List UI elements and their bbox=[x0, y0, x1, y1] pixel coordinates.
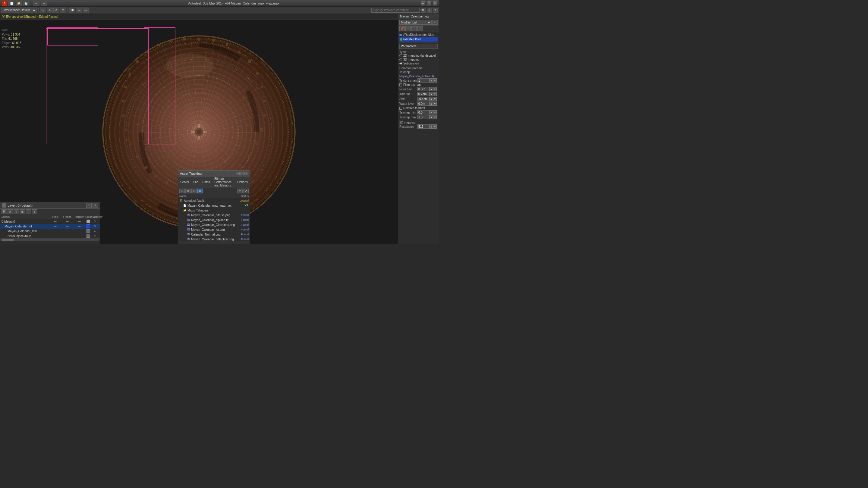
radio-3dmapping[interactable]: 3D mapping bbox=[399, 58, 438, 61]
layer-radio-low[interactable]: ○ bbox=[91, 230, 98, 233]
amount-input[interactable] bbox=[417, 92, 430, 96]
layer-freeze-v1[interactable]: — bbox=[61, 225, 73, 228]
amount-dn[interactable]: ▼ bbox=[433, 92, 437, 96]
params-header[interactable]: Parameters bbox=[399, 44, 438, 49]
asset-max-btn[interactable]: □ bbox=[240, 172, 244, 175]
layer-render-hero[interactable]: — bbox=[73, 234, 85, 237]
layer-freeze-hero[interactable]: — bbox=[61, 234, 73, 237]
close-btn[interactable]: ✕ bbox=[433, 1, 437, 5]
layer-row-default[interactable]: 0 (default) — — — ⊙ bbox=[0, 219, 100, 224]
asset-row-maxfile[interactable]: 📄 Mayan_Calendar_max_vray.max Ok bbox=[178, 203, 250, 208]
fblur-dn[interactable]: ▼ bbox=[433, 87, 437, 91]
mod-btn-drop[interactable]: ▼ bbox=[432, 20, 438, 25]
layer-tb-move[interactable]: → bbox=[26, 209, 31, 214]
layer-color-0[interactable] bbox=[85, 220, 91, 223]
tb-rotate[interactable]: ↺ bbox=[53, 7, 59, 13]
tex-chan-dn[interactable]: ▼ bbox=[433, 78, 437, 83]
search-input[interactable] bbox=[371, 8, 420, 13]
mod-icon-down[interactable]: ↓ bbox=[411, 26, 417, 31]
asset-min-btn[interactable]: — bbox=[236, 172, 240, 175]
layer-render-0[interactable]: — bbox=[73, 220, 85, 223]
layer-freeze-low[interactable]: — bbox=[61, 230, 73, 233]
asset-row-reflect[interactable]: 🖼 Mayan_Calendar_reflection.png Found bbox=[178, 237, 250, 241]
maximize-btn[interactable]: □ bbox=[427, 1, 431, 5]
tb-open[interactable]: 📁 bbox=[16, 1, 22, 6]
asset-tb-detail[interactable]: ▤ bbox=[197, 189, 203, 193]
water-level-input[interactable] bbox=[417, 101, 430, 106]
search-icon[interactable]: 🔍 bbox=[421, 8, 426, 13]
asset-tb-expand[interactable]: ↗ bbox=[243, 189, 249, 193]
mod-icon-del[interactable]: ✕ bbox=[417, 26, 423, 31]
tmax-dn[interactable]: ▼ bbox=[433, 115, 437, 119]
tb-save[interactable]: 💾 bbox=[23, 1, 29, 6]
layer-freeze-0[interactable]: — bbox=[61, 220, 73, 223]
shift-dn[interactable]: ▼ bbox=[433, 97, 437, 101]
layer-hide-hero[interactable]: — bbox=[49, 234, 61, 237]
asset-row-normal[interactable]: 🖼 Calendar_Normal.png Found bbox=[178, 232, 250, 237]
layer-help-btn[interactable]: ? bbox=[86, 203, 92, 208]
search-btn2[interactable]: ▼ bbox=[427, 8, 432, 13]
layer-tb-select[interactable]: ⊹ bbox=[32, 209, 37, 214]
asset-row-maps[interactable]: 📁 Maps / Shaders bbox=[178, 208, 250, 213]
asset-tb-tree[interactable]: ⊟ bbox=[191, 189, 197, 193]
filter-blur-input[interactable] bbox=[417, 87, 430, 91]
layer-render-v1[interactable]: — bbox=[73, 225, 85, 228]
layer-row-hero[interactable]: HeroObjectGroup — — — ○ bbox=[0, 233, 100, 238]
scroll-thumb[interactable] bbox=[1, 239, 13, 241]
asset-menu-bitmap[interactable]: Bitmap Performance and Memory bbox=[213, 177, 234, 187]
scroll-track[interactable] bbox=[1, 239, 98, 241]
tb-align[interactable]: ⊷ bbox=[83, 7, 89, 13]
tb-select[interactable]: ⊹ bbox=[40, 7, 46, 13]
shift-up[interactable]: ▲ bbox=[430, 97, 433, 101]
layer-tb-search[interactable]: 🔍 bbox=[1, 209, 7, 214]
modifier-list-select[interactable]: Modifier List bbox=[399, 20, 432, 25]
texmap-filename[interactable]: Mayan_Calendar_diplace.tif) bbox=[399, 74, 438, 78]
fblur-up[interactable]: ▲ bbox=[430, 87, 433, 91]
mod-icon-pin[interactable]: 📌 bbox=[399, 26, 405, 31]
asset-menu-options[interactable]: Options bbox=[237, 180, 249, 184]
tb-snap[interactable]: 🔲 bbox=[69, 7, 75, 13]
radio-2dmapping[interactable]: 2D mapping (landscape) bbox=[399, 54, 438, 57]
layer-close-btn[interactable]: ✕ bbox=[93, 203, 98, 208]
tb-scale[interactable]: ⊡ bbox=[60, 7, 66, 13]
shift-input[interactable] bbox=[417, 97, 430, 101]
wl-up[interactable]: ▲ bbox=[430, 101, 433, 106]
layer-tb-del[interactable]: ✕ bbox=[7, 209, 13, 214]
asset-tb-list[interactable]: ≡ bbox=[185, 189, 191, 193]
layer-row-low[interactable]: Mayan_Calendar_low — — — ○ bbox=[0, 229, 100, 233]
tb-redo[interactable]: ↪ bbox=[41, 1, 47, 6]
tb-undo[interactable]: ↩ bbox=[33, 1, 39, 6]
mod-icon-list[interactable]: ≡ bbox=[405, 26, 411, 31]
res-up[interactable]: ▲ bbox=[430, 124, 433, 129]
asset-menu-paths[interactable]: Paths bbox=[202, 180, 211, 184]
layer-tb-freeze[interactable]: ❄ bbox=[20, 209, 25, 214]
mod-epoly[interactable]: Editable Poly bbox=[399, 37, 438, 41]
layer-color-low[interactable] bbox=[85, 229, 91, 233]
texture-chan-input[interactable] bbox=[417, 78, 430, 83]
tb-move[interactable]: ✛ bbox=[47, 7, 53, 13]
texmap-min-input[interactable] bbox=[417, 110, 430, 115]
tmax-up[interactable]: ▲ bbox=[430, 115, 433, 119]
wl-dn[interactable]: ▼ bbox=[433, 101, 437, 106]
asset-menu-file[interactable]: File bbox=[192, 180, 199, 184]
asset-row-gloss[interactable]: 🖼 Mayan_Calendar_Glossines.png Found bbox=[178, 222, 250, 227]
layer-tb-add[interactable]: + bbox=[13, 209, 19, 214]
asset-row-diffuse[interactable]: 🖼 Mayan_Calendar_diffuse.png Found bbox=[178, 213, 250, 218]
search-btn3[interactable]: ? bbox=[433, 8, 438, 13]
layer-radio-hero[interactable]: ○ bbox=[91, 234, 98, 237]
asset-tb-grid[interactable]: ⊞ bbox=[179, 189, 185, 193]
radio-subdivision[interactable]: Subdivision bbox=[399, 62, 438, 65]
layer-scrollbar[interactable] bbox=[0, 238, 100, 241]
radio-dot-sub[interactable] bbox=[399, 62, 402, 65]
layer-color-hero[interactable] bbox=[85, 234, 91, 238]
tmin-up[interactable]: ▲ bbox=[430, 110, 433, 115]
res-dn[interactable]: ▼ bbox=[433, 124, 437, 129]
layer-hide-low[interactable]: — bbox=[49, 230, 61, 233]
layer-radio-v1[interactable]: ⊙ bbox=[91, 225, 98, 228]
layer-hide-0[interactable]: — bbox=[49, 220, 61, 223]
relative-bbox-check[interactable] bbox=[399, 107, 402, 110]
tmin-dn[interactable]: ▼ bbox=[433, 110, 437, 115]
layer-color-v1[interactable] bbox=[85, 224, 91, 228]
minimize-btn[interactable]: — bbox=[421, 1, 425, 5]
tb-mirror[interactable]: ⊶ bbox=[76, 7, 82, 13]
